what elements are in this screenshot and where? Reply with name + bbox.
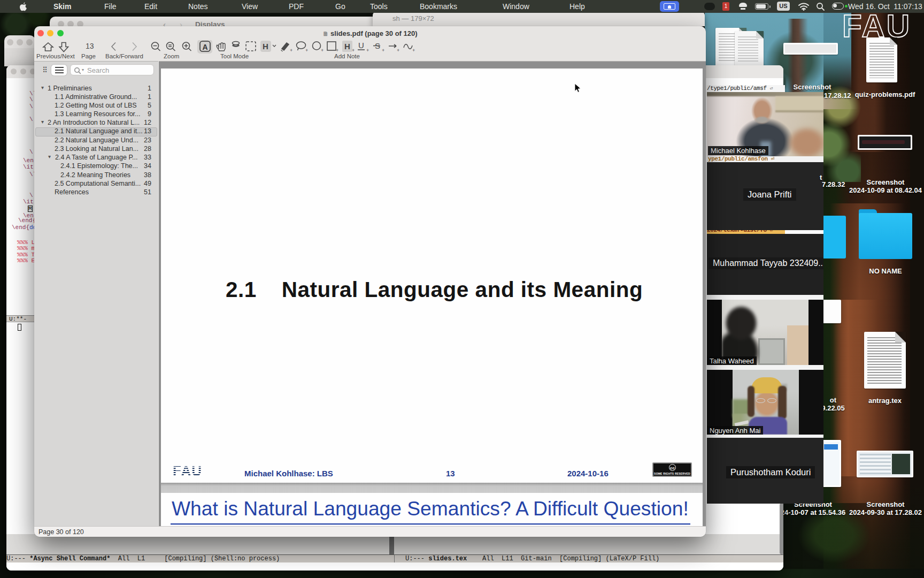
svg-text:+: +	[382, 48, 384, 53]
svg-text:+: +	[397, 48, 399, 53]
svg-text:+: +	[412, 48, 415, 53]
svg-text:+: +	[352, 48, 355, 53]
svg-text:+: +	[305, 48, 308, 53]
svg-text:+: +	[321, 48, 324, 53]
svg-text:U: U	[358, 41, 364, 50]
svg-text:+: +	[366, 48, 369, 53]
svg-text:+: +	[290, 48, 292, 53]
svg-text:+: +	[336, 48, 338, 53]
svg-text:A: A	[203, 43, 208, 51]
svg-text:H: H	[344, 42, 350, 51]
svg-text:H: H	[263, 42, 268, 51]
svg-text:13: 13	[86, 42, 94, 50]
